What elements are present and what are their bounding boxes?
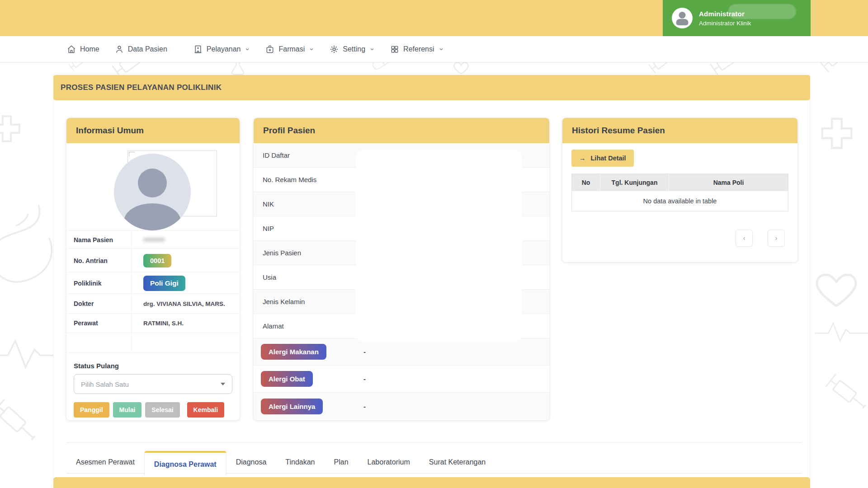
panel-profil-pasien: Profil Pasien ID Daftar No. Rekam Medis … <box>254 118 549 420</box>
medical-cross-watermark-icon <box>0 112 24 145</box>
field-label: ID Daftar <box>254 151 290 159</box>
syringe-watermark-icon <box>818 367 868 420</box>
field-value: - <box>363 375 366 383</box>
queue-number-badge: 0001 <box>143 254 171 267</box>
nav-item-label: Setting <box>343 45 365 53</box>
table-row: Alergi Obat - <box>254 366 549 393</box>
gear-icon <box>330 45 339 54</box>
nav-item-label: Home <box>80 45 99 53</box>
poliklinik-badge: Poli Gigi <box>143 276 185 291</box>
table-row: Dokter drg. VIVIANA SILVIA, MARS. <box>66 294 240 314</box>
panel-title: Profil Pasien <box>254 118 549 143</box>
field-label: Jenis Kelamin <box>254 298 305 305</box>
field-label: Dokter <box>66 294 132 313</box>
pagination: ‹ › <box>571 230 788 247</box>
table-row: Alergi Lainnya - <box>254 393 549 420</box>
field-label: Alamat <box>254 322 284 330</box>
syringe-watermark-icon <box>0 391 48 453</box>
nav-item-pelayanan[interactable]: Pelayanan <box>193 45 250 54</box>
field-label: No. Rekam Medis <box>254 176 316 183</box>
tab-tindakan[interactable]: Tindakan <box>276 451 324 473</box>
nav-item-label: Pelayanan <box>207 45 241 53</box>
table-header-row: No Tgl. Kunjungan Nama Poli <box>572 174 788 191</box>
patient-avatar-icon <box>114 154 191 230</box>
panggil-button[interactable]: Panggil <box>74 402 109 418</box>
field-label: Usia <box>254 273 276 281</box>
dropdown-caret-icon <box>221 383 225 385</box>
page-title: PROSES PASIEN PELAYANAN POLIKLINIK <box>61 83 222 92</box>
histori-body: → Lihat Detail No Tgl. Kunjungan Nama Po… <box>562 143 797 247</box>
table-row: Nama Pasien <box>66 231 240 249</box>
nav-item-setting[interactable]: Setting <box>330 45 375 54</box>
mulai-button[interactable]: Mulai <box>113 402 142 418</box>
kembali-button[interactable]: Kembali <box>187 402 224 418</box>
table-row <box>66 333 240 353</box>
tab-surat-keterangan[interactable]: Surat Keterangan <box>420 451 495 473</box>
pharmacy-bag-icon <box>265 45 274 54</box>
tab-asesmen-perawat[interactable]: Asesmen Perawat <box>66 451 144 473</box>
chevron-down-icon <box>309 47 314 52</box>
pagination-prev-button[interactable]: ‹ <box>736 230 753 247</box>
main-nav: Home Data Pasien Pelayanan Farmasi Setti… <box>0 36 868 62</box>
user-account-box[interactable]: Administrator Administrator Klinik <box>663 0 811 36</box>
medical-cross-watermark-icon <box>817 114 856 153</box>
nav-item-data-pasien[interactable]: Data Pasien <box>115 45 167 54</box>
field-value: - <box>363 348 366 356</box>
column-header: No <box>572 174 600 191</box>
page-title-bar: PROSES PASIEN PELAYANAN POLIKLINIK <box>53 75 810 100</box>
arrow-right-icon: → <box>579 155 586 162</box>
patient-photo-section <box>66 143 240 231</box>
alergi-obat-badge: Alergi Obat <box>261 371 313 387</box>
topbar: Administrator Administrator Klinik <box>0 0 868 36</box>
field-value <box>132 231 240 249</box>
field-label: No. Antrian <box>66 249 132 272</box>
chevron-down-icon <box>439 47 444 52</box>
field-value: 0001 <box>132 249 240 272</box>
hospital-icon <box>193 45 203 54</box>
next-section-header-bar <box>53 477 810 488</box>
field-label: Perawat <box>66 314 132 333</box>
table-row: Poliklinik Poli Gigi <box>66 272 240 294</box>
nav-item-farmasi[interactable]: Farmasi <box>265 45 314 54</box>
record-tabs: Asesmen Perawat Diagnosa Perawat Diagnos… <box>66 451 802 474</box>
tabs-top-divider <box>66 442 802 443</box>
field-label: Poliklinik <box>66 272 132 294</box>
chevron-down-icon <box>245 47 250 52</box>
selesai-button[interactable]: Selesai <box>145 402 179 418</box>
panel-title: Histori Resume Pasien <box>562 118 797 143</box>
heart-watermark-icon <box>811 264 861 314</box>
tab-laboratorium[interactable]: Laboratorium <box>358 451 420 473</box>
panel-title: Informasi Umum <box>66 118 240 143</box>
broken-image-icon <box>129 152 135 156</box>
column-header: Nama Poli <box>669 174 788 191</box>
tab-diagnosa-perawat[interactable]: Diagnosa Perawat <box>144 451 226 476</box>
home-icon <box>67 45 76 54</box>
nav-item-referensi[interactable]: Referensi <box>390 45 443 54</box>
alergi-makanan-badge: Alergi Makanan <box>261 344 326 360</box>
redacted-username-overlay <box>728 4 796 19</box>
select-value: Pilih Salah Satu <box>81 380 129 388</box>
pagination-next-button[interactable]: › <box>768 230 785 247</box>
user-role: Administrator Klinik <box>699 20 751 27</box>
status-pulang-select[interactable]: Pilih Salah Satu <box>74 374 232 394</box>
table-row: Alergi Makanan - <box>254 338 549 366</box>
nav-item-home[interactable]: Home <box>67 45 99 54</box>
histori-table: No Tgl. Kunjungan Nama Poli No data avai… <box>571 174 788 211</box>
panel-histori-resume: Histori Resume Pasien → Lihat Detail No … <box>562 118 797 262</box>
nav-item-label: Referensi <box>403 45 434 53</box>
redacted-profile-values-overlay <box>356 150 522 342</box>
field-label: NIK <box>254 200 274 208</box>
table-row: No. Antrian 0001 <box>66 249 240 272</box>
tab-diagnosa[interactable]: Diagnosa <box>226 451 276 473</box>
lihat-detail-button[interactable]: → Lihat Detail <box>571 150 634 167</box>
field-value: - <box>363 403 366 410</box>
tab-plan[interactable]: Plan <box>325 451 358 473</box>
status-pulang-section: Status Pulang Pilih Salah Satu Panggil M… <box>66 353 240 418</box>
patient-icon <box>115 45 124 54</box>
status-pulang-label: Status Pulang <box>74 362 232 370</box>
lihat-detail-label: Lihat Detail <box>591 155 626 162</box>
grid-icon <box>390 45 399 54</box>
field-label: Jenis Pasien <box>254 249 301 257</box>
field-label: NIP <box>254 225 274 232</box>
nav-item-label: Data Pasien <box>128 45 167 53</box>
